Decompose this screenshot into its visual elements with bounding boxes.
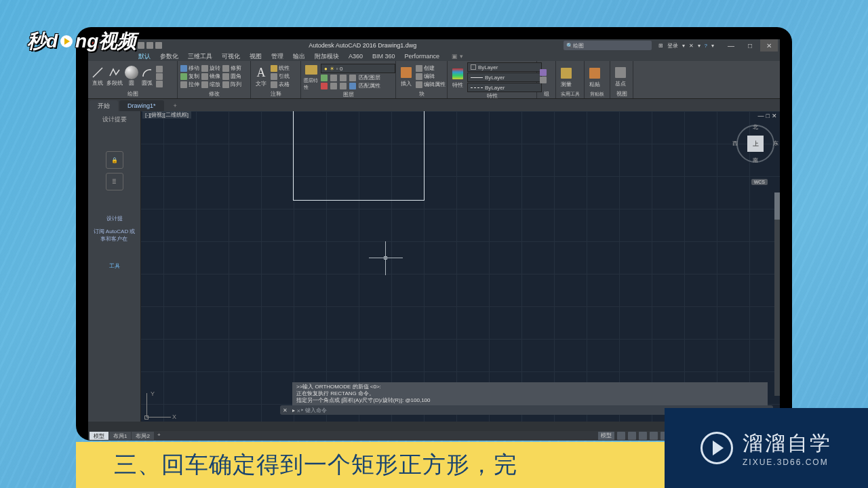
vertical-scrollbar[interactable] [774, 192, 780, 396]
tool-layer-props[interactable]: 图层特性 [304, 62, 319, 91]
play-icon [60, 35, 73, 47]
tool-polyline[interactable]: 多段线 [106, 66, 123, 87]
tool-linear-dim[interactable]: 线性 [271, 64, 290, 72]
close-button[interactable]: ✕ [760, 39, 778, 52]
palette-lock-icon[interactable]: 🔒 [106, 151, 123, 169]
tool-create-block[interactable]: 创建 [416, 64, 446, 72]
viewcube[interactable]: 北 南 西 东 上 [736, 125, 774, 163]
panel-modify: 移动 复制 拉伸 旋转 镜像 缩放 修剪 圆角 阵列 修改 [178, 61, 251, 98]
view-label[interactable]: [-][俯视][二维线框] [142, 111, 191, 119]
brand-watermark: 溜溜自学 ZIXUE.3D66.COM [665, 408, 868, 488]
crosshair-cursor [369, 241, 403, 275]
tool-props[interactable]: 特性 [450, 66, 465, 89]
panel-properties: 特性 ByLayer ByLayer ByLayer 特性 [448, 61, 537, 98]
tab-bim360[interactable]: BIM 360 [372, 53, 395, 60]
command-history: >>输入 ORTHOMODE 的新值 <0>: 正在恢复执行 RECTANG 命… [292, 382, 768, 405]
layer-combo[interactable]: ●☀▫ 0 [321, 64, 395, 73]
tool-edit-attr[interactable]: 编辑属性 [416, 81, 446, 88]
help-search[interactable]: 🔍绘图 [564, 41, 652, 50]
panel-group: 组 [537, 61, 556, 98]
linetype-combo[interactable]: ByLayer [467, 83, 542, 92]
device-frame: Autodesk AutoCAD 2016 Drawing1.dwg 🔍绘图 ⊞… [76, 27, 792, 441]
palette-title: 设计提要 [102, 115, 127, 124]
tool-paste[interactable]: 粘贴 [587, 66, 602, 88]
brand-play-icon [701, 432, 733, 464]
tab-new[interactable]: + [165, 100, 182, 111]
tab-view[interactable]: 视图 [250, 52, 262, 61]
drawing-canvas[interactable]: [-][俯视][二维线框] XY —□✕ 北 南 西 东 上 WCS [141, 111, 780, 422]
panel-clipboard: 粘贴 剪贴板 [585, 61, 610, 98]
drawn-rectangle [293, 111, 425, 201]
tool-measure[interactable]: 测量 [559, 66, 574, 88]
viewport-controls[interactable]: —□✕ [758, 113, 777, 119]
tool-arc[interactable]: 圆弧 [140, 66, 154, 87]
panel-annotate: A文字 线性 引线 表格 注释 [251, 61, 301, 98]
tab-default[interactable]: 默认 [138, 52, 151, 61]
tab-expand-icon[interactable]: ▣ ▾ [452, 53, 463, 60]
tab-3dtools[interactable]: 三维工具 [188, 52, 212, 61]
minimize-button[interactable]: — [722, 39, 740, 52]
tool-edit-block[interactable]: 编辑 [416, 73, 446, 80]
tool-basepoint[interactable]: 基点 [613, 65, 628, 87]
palette-list-icon[interactable]: ≣ [106, 173, 123, 190]
tab-a360[interactable]: A360 [349, 53, 363, 60]
tool-fillet[interactable]: 圆角 [222, 73, 241, 80]
user-signin[interactable]: ⊞ 登录 ▾ ✕ ▾ ? ▾ [658, 42, 714, 49]
status-tab-model[interactable]: 模型 [90, 432, 108, 440]
tool-table[interactable]: 表格 [271, 81, 290, 88]
document-tabs: 开始 Drawing1* + [88, 99, 780, 111]
video-brand-logo: 秒d ng视频 [27, 28, 136, 54]
wcs-label[interactable]: WCS [751, 179, 768, 185]
panel-block: 插入 创建 编辑 编辑属性 块 [396, 61, 448, 98]
tool-copy[interactable]: 复制 [180, 73, 199, 80]
panel-utilities: 测量 实用工具 [556, 61, 585, 98]
tab-addins[interactable]: 附加模块 [315, 52, 339, 61]
lineweight-combo[interactable]: ByLayer [467, 73, 542, 82]
tab-visualize[interactable]: 可视化 [222, 52, 240, 61]
ribbon-tabs: 默认 参数化 三维工具 可视化 视图 管理 输出 附加模块 A360 BIM 3… [88, 52, 780, 61]
tab-manage[interactable]: 管理 [271, 52, 283, 61]
panel-draw: 直线 多段线 圆 圆弧 绘图 [88, 61, 178, 98]
palette-heading: 设计提 [104, 215, 125, 222]
tool-move[interactable]: 移动 [180, 64, 199, 72]
tab-output[interactable]: 输出 [293, 52, 305, 61]
color-combo[interactable]: ByLayer [467, 62, 542, 72]
title-bar: Autodesk AutoCAD 2016 Drawing1.dwg 🔍绘图 ⊞… [88, 39, 780, 52]
status-tab-layout2[interactable]: 布局2 [132, 432, 153, 440]
tab-start[interactable]: 开始 [90, 100, 118, 111]
tab-performance[interactable]: Performance [405, 53, 440, 60]
tool-leader[interactable]: 引线 [271, 73, 290, 80]
tool-insert[interactable]: 插入 [399, 65, 414, 87]
tab-parametric[interactable]: 参数化 [160, 52, 178, 61]
tool-text[interactable]: A文字 [254, 65, 269, 87]
tab-drawing1[interactable]: Drawing1* [119, 100, 164, 111]
tool-trim[interactable]: 修剪 [222, 64, 241, 72]
palette-link[interactable]: 工具 [109, 262, 120, 270]
palette-sub: 订阅 AutoCAD 或 事和客户在 [91, 228, 138, 243]
tool-stretch[interactable]: 拉伸 [180, 81, 199, 88]
tool-rotate[interactable]: 旋转 [201, 64, 220, 72]
tool-mirror[interactable]: 镜像 [201, 73, 220, 80]
tool-circle[interactable]: 圆 [125, 66, 138, 87]
design-feed-palette: 设计提要 🔒 ≣ 设计提 订阅 AutoCAD 或 事和客户在 工具 [88, 111, 141, 422]
status-tab-add[interactable]: + [155, 432, 163, 440]
tool-scale[interactable]: 缩放 [201, 81, 220, 88]
tool-line[interactable]: 直线 [91, 66, 104, 87]
maximize-button[interactable]: □ [741, 39, 759, 52]
panel-layers: 图层特性 ●☀▫ 0 匹配图层 匹配属性 图层 [301, 61, 396, 98]
tool-array[interactable]: 阵列 [222, 81, 241, 88]
window-title: Autodesk AutoCAD 2016 Drawing1.dwg [162, 42, 564, 49]
tool-group[interactable] [540, 69, 547, 76]
layer-tools-row[interactable]: 匹配图层 [321, 74, 395, 81]
status-tab-layout1[interactable]: 布局1 [109, 432, 131, 440]
svg-line-0 [93, 68, 102, 77]
ribbon: 直线 多段线 圆 圆弧 绘图 移动 复制 拉伸 旋转 [88, 61, 780, 99]
panel-baseview: 基点 视图 [610, 61, 633, 98]
